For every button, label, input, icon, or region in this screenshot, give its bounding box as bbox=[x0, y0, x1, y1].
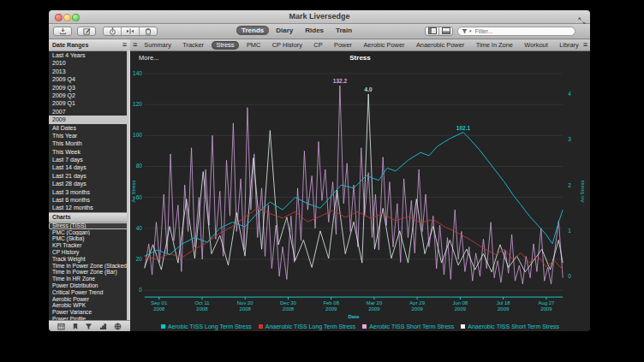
chart-kpi-tracker[interactable]: KPI Tracker bbox=[49, 242, 130, 249]
date-range-2009[interactable]: 2009 bbox=[49, 116, 130, 123]
left-axis-tick-label: 40 bbox=[136, 225, 143, 231]
date-range-2009-q4[interactable]: 2009 Q4 bbox=[49, 75, 130, 83]
date-range-2009-q1[interactable]: 2009 Q1 bbox=[49, 99, 130, 107]
view-tab-diary[interactable]: Diary bbox=[271, 26, 298, 35]
trash-button[interactable] bbox=[139, 27, 157, 35]
sidebar-scrollbar[interactable] bbox=[127, 50, 130, 321]
download-button[interactable] bbox=[53, 27, 72, 36]
series-anaerobic-tiss-short-term-stress bbox=[145, 94, 563, 272]
x-tick-label-year: 2008 bbox=[240, 306, 252, 312]
toggle-lowbar-button[interactable] bbox=[438, 27, 452, 35]
x-tick-label: Feb 08 bbox=[323, 300, 339, 306]
peak-annotation: 4.0 bbox=[365, 86, 373, 92]
chart-aerobic-power[interactable]: Aerobic Power bbox=[49, 296, 130, 303]
legend-swatch bbox=[362, 324, 367, 329]
date-ranges-header: Date Ranges ≡ bbox=[49, 39, 130, 51]
chart-stress-tiss[interactable]: Stress (TISS) bbox=[49, 223, 130, 229]
compose-button[interactable] bbox=[77, 27, 96, 36]
title-bar: Mark Liversedge bbox=[49, 10, 590, 24]
chart-title: Stress bbox=[130, 54, 590, 62]
x-tick-label-year: 2009 bbox=[368, 306, 380, 312]
date-range-this-year[interactable]: This Year bbox=[49, 132, 130, 139]
sidebar-toolbar bbox=[49, 320, 130, 331]
tab-anaerobic-power[interactable]: Anaerobic Power bbox=[412, 41, 468, 49]
x-tick-label-year: 2009 bbox=[455, 306, 467, 312]
chart-time-in-hr-zone[interactable]: Time In HR Zone bbox=[49, 276, 130, 282]
globe-icon[interactable] bbox=[114, 323, 122, 330]
filter-input[interactable] bbox=[474, 27, 563, 35]
view-switcher: TrendsDiaryRidesTrain bbox=[236, 26, 357, 35]
tab-time-in-zone[interactable]: Time In Zone bbox=[472, 41, 517, 49]
compare-button[interactable] bbox=[121, 27, 139, 35]
date-range-last-6-months[interactable]: Last 6 months bbox=[49, 196, 130, 204]
date-range-last-3-months[interactable]: Last 3 months bbox=[49, 188, 130, 196]
filter-field[interactable]: ▾ bbox=[457, 27, 575, 36]
legend-label: Anaerobic TISS Long Term Stress bbox=[265, 323, 356, 329]
date-range-2010[interactable]: 2010 bbox=[49, 59, 130, 67]
window-body: Date Ranges ≡ Last 4 Years201020132009 Q… bbox=[49, 39, 590, 331]
view-tab-trends[interactable]: Trends bbox=[236, 26, 269, 35]
date-ranges-menu-icon[interactable]: ≡ bbox=[122, 41, 127, 49]
chart-pmc-skiba[interactable]: PMC (Skiba) bbox=[49, 235, 130, 242]
x-tick-label-year: 2009 bbox=[412, 306, 424, 312]
chart-power-variance[interactable]: Power Variance bbox=[49, 309, 130, 316]
funnel-icon[interactable] bbox=[85, 323, 92, 330]
view-tab-rides[interactable]: Rides bbox=[300, 26, 329, 35]
date-range-last-21-days[interactable]: Last 21 days bbox=[49, 172, 130, 180]
chart-power-distribution[interactable]: Power Distribution bbox=[49, 282, 130, 289]
toggle-sidebar-button[interactable] bbox=[426, 27, 438, 35]
date-range-all-dates[interactable]: All Dates bbox=[49, 124, 130, 132]
date-range-this-month[interactable]: This Month bbox=[49, 139, 130, 147]
tabbar-menu-left-icon[interactable]: ≡ bbox=[133, 41, 137, 49]
bookmark-icon[interactable] bbox=[72, 323, 79, 330]
date-range-2013[interactable]: 2013 bbox=[49, 68, 130, 75]
chart-time-in-power-zone-bar[interactable]: Time In Power Zone (Bar) bbox=[49, 269, 130, 276]
tab-workout[interactable]: Workout bbox=[520, 41, 552, 49]
x-tick-label: Sep 01 bbox=[151, 300, 168, 306]
x-tick-label: Apr 29 bbox=[409, 300, 425, 306]
timer-button[interactable] bbox=[104, 27, 121, 35]
date-range-last-4-years[interactable]: Last 4 Years bbox=[49, 51, 130, 59]
x-tick-label: Dec 30 bbox=[280, 300, 297, 306]
date-range-2007[interactable]: 2007 bbox=[49, 108, 130, 116]
chart-track-weight[interactable]: Track Weight bbox=[49, 256, 130, 263]
tab-power[interactable]: Power bbox=[330, 41, 356, 49]
legend-swatch bbox=[461, 324, 465, 329]
left-axis-tick-label: 0 bbox=[139, 287, 142, 293]
sidebar-toggle-group bbox=[425, 27, 453, 36]
chart-cp-history[interactable]: CP History bbox=[49, 249, 130, 256]
x-tick-label-year: 2008 bbox=[283, 306, 295, 312]
tab-summary[interactable]: Summary bbox=[140, 41, 176, 49]
calendar-icon[interactable] bbox=[57, 323, 65, 330]
chart-list: Stress (TISS)PMC (Coggan)PMC (Skiba)KPI … bbox=[49, 223, 130, 323]
date-range-last-12-months[interactable]: Last 12 months bbox=[49, 204, 130, 211]
toolbar-button-group bbox=[103, 27, 158, 36]
tab-aerobic-power[interactable]: Aerobic Power bbox=[359, 41, 408, 49]
x-axis-title: Date bbox=[349, 314, 361, 319]
date-range-last-7-days[interactable]: Last 7 days bbox=[49, 156, 130, 163]
tabbar-menu-right-icon[interactable]: ≡ bbox=[583, 41, 587, 49]
sidebar: Date Ranges ≡ Last 4 Years201020132009 Q… bbox=[49, 39, 130, 331]
legend-item-aerobic-tiss-long-term-stress: Aerobic TISS Long Term Stress bbox=[161, 323, 252, 329]
left-axis-label: Ae Stress bbox=[131, 181, 136, 203]
legend-item-anaerobic-tiss-short-term-stress: Anaerobic TISS Short Term Stress bbox=[461, 323, 559, 329]
tab-cp[interactable]: CP bbox=[309, 41, 326, 49]
date-range-this-week[interactable]: This Week bbox=[49, 148, 130, 156]
date-range-2009-q3[interactable]: 2009 Q3 bbox=[49, 84, 130, 92]
chart-time-in-power-zone-stacked[interactable]: Time In Power Zone (Stacked) bbox=[49, 263, 130, 270]
tab-cp-history[interactable]: CP History bbox=[268, 41, 307, 49]
chart-critical-power-trend[interactable]: Critical Power Trend bbox=[49, 289, 130, 296]
x-tick-label: Jun 08 bbox=[452, 300, 468, 306]
tab-pmc[interactable]: PMC bbox=[242, 41, 265, 49]
stairs-icon[interactable] bbox=[99, 323, 107, 330]
chart-aerobic-wpk[interactable]: Aerobic WPK bbox=[49, 302, 130, 309]
tab-library[interactable]: Library bbox=[555, 41, 583, 49]
tab-tracker[interactable]: Tracker bbox=[178, 41, 208, 49]
date-range-last-14-days[interactable]: Last 14 days bbox=[49, 163, 130, 171]
right-axis-label: An Stress bbox=[580, 181, 585, 203]
view-tab-train[interactable]: Train bbox=[331, 26, 357, 35]
date-range-last-28-days[interactable]: Last 28 days bbox=[49, 180, 130, 187]
chart-pmc-coggan[interactable]: PMC (Coggan) bbox=[49, 229, 130, 236]
tab-stress[interactable]: Stress bbox=[212, 41, 240, 50]
date-range-2009-q2[interactable]: 2009 Q2 bbox=[49, 92, 130, 99]
